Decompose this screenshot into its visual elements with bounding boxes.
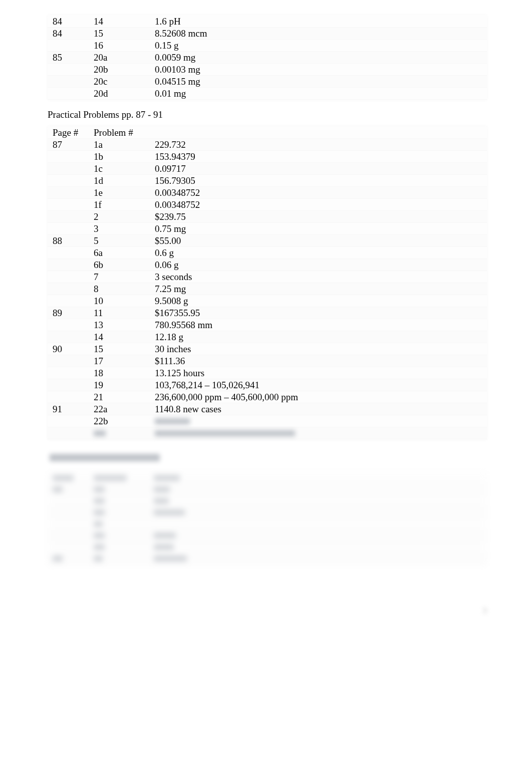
cell-page: 89	[48, 308, 94, 319]
cell-problem: 14	[94, 16, 154, 27]
cell-problem: 20c	[94, 76, 154, 87]
cell-answer: 780.95568 mm	[154, 320, 487, 331]
table-row: 30.75 mg	[48, 223, 487, 235]
cell-problem: 15	[94, 28, 154, 39]
cell-answer: 0.00103 mg	[154, 64, 487, 75]
cell-answer: 8.52608 mcm	[154, 28, 487, 39]
blurred-answer-table	[48, 472, 487, 565]
cell-page: 88	[48, 235, 94, 246]
table-row: 20b0.00103 mg	[48, 64, 487, 76]
table-row: 901530 inches	[48, 343, 487, 355]
cell-answer: 30 inches	[154, 344, 487, 355]
page-number: 3	[483, 606, 487, 616]
table-row: 84158.52608 mcm	[48, 28, 487, 40]
cell-problem: 6b	[94, 259, 154, 271]
cell-problem: 1a	[94, 139, 154, 150]
table-row: 17$111.36	[48, 355, 487, 367]
cell-answer: 236,600,000 ppm – 405,600,000 ppm	[154, 392, 487, 403]
answer-table-section2: Page #Problem #871a229.7321b153.943791c0…	[48, 126, 487, 440]
table-row: 6a0.6 g	[48, 247, 487, 259]
cell-answer: 1140.8 new cases	[154, 404, 487, 415]
table-row: 6b0.06 g	[48, 259, 487, 271]
table-row: 885$55.00	[48, 235, 487, 247]
cell-answer: 9.5008 g	[154, 296, 487, 307]
table-row: 1f0.00348752	[48, 199, 487, 211]
cell-page: 85	[48, 52, 94, 63]
cell-answer: 0.15 g	[154, 40, 487, 51]
section-title-2: Practical Problems pp. 87 - 91	[48, 109, 487, 120]
cell-problem: 20a	[94, 52, 154, 63]
cell-problem: 8	[94, 284, 154, 295]
cell-problem: 11	[94, 308, 154, 319]
cell-answer: 0.0059 mg	[154, 52, 487, 63]
cell-problem: 10	[94, 296, 154, 307]
table-row: 2$239.75	[48, 211, 487, 223]
table-row: 1412.18 g	[48, 331, 487, 343]
cell-problem: 7	[94, 272, 154, 283]
cell-problem: 1f	[94, 199, 154, 210]
blurred-section-title	[50, 453, 487, 464]
table-row: 160.15 g	[48, 40, 487, 52]
cell-problem: 18	[94, 368, 154, 379]
cell-answer: $167355.95	[154, 308, 487, 319]
table-row: 13780.95568 mm	[48, 319, 487, 331]
cell-page: 84	[48, 28, 94, 39]
cell-page: 91	[48, 404, 94, 415]
cell-answer	[154, 416, 487, 427]
cell-page: 90	[48, 344, 94, 355]
header-problem: Problem #	[94, 127, 154, 138]
cell-problem: 5	[94, 235, 154, 246]
table-row: 20c0.04515 mg	[48, 76, 487, 88]
cell-answer: 229.732	[154, 139, 487, 150]
cell-answer: 12.18 g	[154, 332, 487, 343]
table-row: 73 seconds	[48, 271, 487, 283]
cell-answer: 0.00348752	[154, 199, 487, 210]
cell-problem	[94, 428, 154, 439]
table-row: 1e0.00348752	[48, 187, 487, 199]
cell-problem: 13	[94, 320, 154, 331]
cell-answer: 0.75 mg	[154, 223, 487, 234]
cell-page: 87	[48, 139, 94, 150]
table-row	[48, 427, 487, 439]
cell-answer: 0.00348752	[154, 187, 487, 198]
cell-problem: 1d	[94, 175, 154, 186]
cell-answer: 0.01 mg	[154, 88, 487, 99]
table-row: 8520a0.0059 mg	[48, 52, 487, 64]
table-row: 1813.125 hours	[48, 367, 487, 379]
cell-answer: 156.79305	[154, 175, 487, 186]
cell-problem: 3	[94, 223, 154, 234]
cell-answer: 0.04515 mg	[154, 76, 487, 87]
cell-answer: $55.00	[154, 235, 487, 246]
table-row: 22b	[48, 415, 487, 427]
table-row: 8911$167355.95	[48, 307, 487, 319]
cell-answer: 1.6 pH	[154, 16, 487, 27]
cell-problem: 17	[94, 356, 154, 367]
table-row: 21236,600,000 ppm – 405,600,000 ppm	[48, 391, 487, 403]
answer-table-section1: 84141.6 pH84158.52608 mcm160.15 g8520a0.…	[48, 15, 487, 100]
cell-answer: 103,768,214 – 105,026,941	[154, 380, 487, 391]
cell-problem: 6a	[94, 247, 154, 258]
table-row: 87.25 mg	[48, 283, 487, 295]
cell-problem: 14	[94, 332, 154, 343]
cell-problem: 1c	[94, 163, 154, 174]
table-row: 1b153.94379	[48, 151, 487, 163]
table-row: 20d0.01 mg	[48, 88, 487, 100]
table-row: 84141.6 pH	[48, 16, 487, 28]
cell-answer: $239.75	[154, 211, 487, 222]
cell-answer: 0.6 g	[154, 247, 487, 258]
cell-answer: 3 seconds	[154, 272, 487, 283]
cell-page: 84	[48, 16, 94, 27]
cell-answer: 0.09717	[154, 163, 487, 174]
cell-problem: 16	[94, 40, 154, 51]
table-row: 19103,768,214 – 105,026,941	[48, 379, 487, 391]
cell-problem: 2	[94, 211, 154, 222]
cell-answer: 153.94379	[154, 151, 487, 162]
cell-answer	[154, 428, 487, 439]
cell-problem: 21	[94, 392, 154, 403]
cell-problem: 1e	[94, 187, 154, 198]
cell-problem: 19	[94, 380, 154, 391]
cell-problem: 22b	[94, 416, 154, 427]
cell-answer: 7.25 mg	[154, 284, 487, 295]
cell-answer: 0.06 g	[154, 259, 487, 271]
cell-problem: 20d	[94, 88, 154, 99]
